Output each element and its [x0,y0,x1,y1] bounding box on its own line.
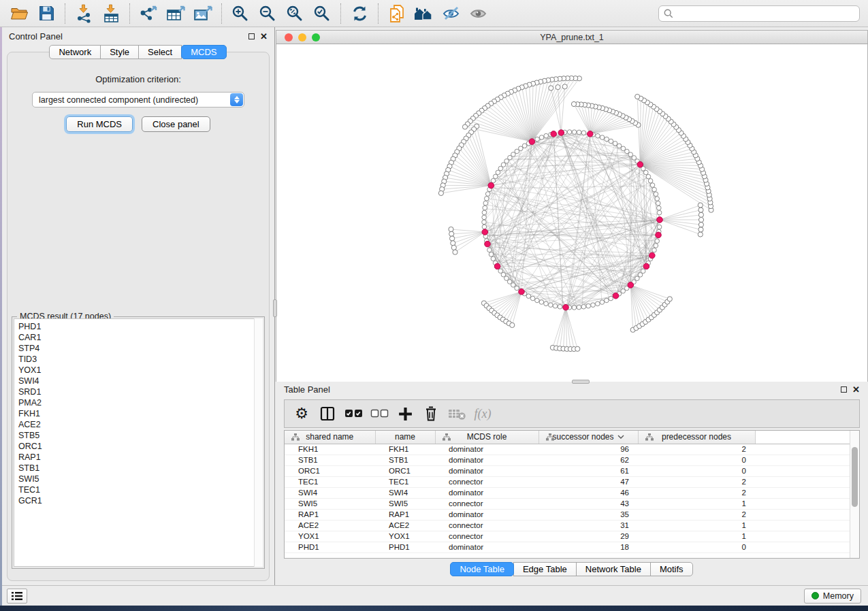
column-header[interactable]: name [375,431,435,444]
column-header[interactable]: shared name [285,431,375,444]
table-cell[interactable]: 0 [638,455,755,465]
network-node[interactable] [609,296,613,301]
mcds-list-scrollbar[interactable] [254,318,263,567]
table-scrollbar-thumb[interactable] [852,447,858,507]
mcds-node-item[interactable]: SRD1 [18,386,262,397]
network-leaf-node[interactable] [698,217,703,222]
table-cell[interactable]: connector [435,498,539,509]
table-row[interactable]: TEC1TEC1connector472 [285,476,850,487]
mcds-node-item[interactable]: CAR1 [18,332,262,343]
table-cell[interactable]: STB1 [375,455,435,465]
table-cell[interactable]: 0 [638,542,755,552]
memory-button[interactable]: Memory [804,589,861,604]
table-cell[interactable]: 1 [638,531,755,542]
save-session-button[interactable] [33,2,60,25]
network-node[interactable] [491,257,496,261]
table-cell[interactable]: 2 [638,487,755,498]
delete-column-button[interactable] [419,402,443,425]
network-leaf-node[interactable] [698,227,703,232]
table-cell[interactable]: dominator [435,455,539,465]
network-node[interactable] [482,225,487,229]
sort-chevron-icon[interactable] [617,435,624,439]
table-cell[interactable]: 1 [638,498,755,509]
open-file-button[interactable] [5,2,33,25]
table-cell[interactable]: 96 [539,444,638,455]
mcds-hub-node[interactable] [529,139,535,145]
network-node[interactable] [596,301,600,306]
tab-style[interactable]: Style [100,45,139,59]
mcds-node-item[interactable]: RAP1 [18,452,262,463]
mcds-node-item[interactable]: STB5 [18,430,262,441]
table-cell[interactable]: 2 [638,509,755,520]
mcds-hub-node[interactable] [637,162,643,168]
tab-network-table[interactable]: Network Table [576,562,651,576]
import-network-button[interactable] [70,2,97,25]
import-table-button[interactable] [97,2,125,25]
mcds-hub-node[interactable] [649,252,656,259]
network-node[interactable] [485,197,489,201]
tab-motifs[interactable]: Motifs [650,562,693,576]
table-row[interactable]: FKH1FKH1dominator962 [285,444,850,455]
zoom-in-button[interactable] [227,2,254,25]
network-node[interactable] [539,135,544,140]
export-image-button[interactable] [189,2,216,25]
mcds-hub-node[interactable] [482,229,488,235]
table-cell[interactable]: 43 [539,498,638,509]
network-node[interactable] [572,130,577,135]
table-cell[interactable]: connector [435,520,539,531]
mcds-hub-node[interactable] [613,293,619,299]
network-node[interactable] [515,286,519,291]
table-cell[interactable]: SWI5 [285,498,375,509]
network-leaf-node[interactable] [451,245,456,250]
network-node[interactable] [496,170,500,175]
network-node[interactable] [577,305,581,310]
network-leaf-node[interactable] [556,85,560,90]
mcds-hub-node[interactable] [485,241,491,247]
mcds-hub-node[interactable] [588,131,594,137]
network-node[interactable] [613,142,617,146]
table-scrollbar[interactable] [850,431,859,558]
table-cell[interactable]: ORC1 [375,465,435,476]
table-cell[interactable]: SWI5 [375,498,435,509]
table-cell[interactable]: ACE2 [375,520,435,531]
network-node[interactable] [487,248,492,252]
column-header[interactable]: successor nodes [539,431,638,444]
mcds-node-item[interactable]: FKH1 [18,408,262,419]
network-leaf-node[interactable] [451,241,455,246]
network-canvas[interactable] [276,44,868,382]
network-node[interactable] [600,135,605,140]
add-column-button[interactable] [393,402,417,425]
network-node[interactable] [586,303,591,308]
network-node[interactable] [605,298,609,303]
mcds-node-item[interactable]: PHD1 [18,321,262,332]
table-cell[interactable]: FKH1 [375,444,435,455]
network-node[interactable] [644,170,649,175]
table-cell[interactable]: TEC1 [375,476,435,487]
tab-select[interactable]: Select [138,45,182,59]
network-node[interactable] [544,133,549,138]
table-row[interactable]: SWI4SWI4dominator462 [285,487,850,498]
column-layout-button[interactable] [316,402,339,425]
mcds-hub-node[interactable] [657,217,663,223]
table-cell[interactable]: 31 [539,520,638,531]
network-node[interactable] [652,187,657,192]
refresh-button[interactable] [346,2,373,25]
network-node[interactable] [654,192,658,197]
table-cell[interactable]: ORC1 [285,465,375,476]
mcds-hub-node[interactable] [656,232,662,238]
mcds-node-item[interactable]: TID3 [18,354,262,365]
table-cell[interactable]: connector [435,531,539,542]
network-node[interactable] [621,146,626,151]
network-node[interactable] [530,296,535,301]
network-leaf-node[interactable] [453,250,457,254]
table-row[interactable]: ACE2ACE2connector311 [285,520,850,531]
network-node[interactable] [498,166,503,171]
horizontal-splitter-handle[interactable] [572,380,590,384]
network-leaf-node[interactable] [449,231,454,236]
table-cell[interactable]: PHD1 [285,542,375,552]
deselect-all-button[interactable] [368,402,391,425]
table-settings-button[interactable]: ⚙ [290,402,313,425]
mcds-hub-node[interactable] [628,282,634,288]
table-cell[interactable]: 62 [539,455,638,465]
tab-network[interactable]: Network [49,45,101,59]
